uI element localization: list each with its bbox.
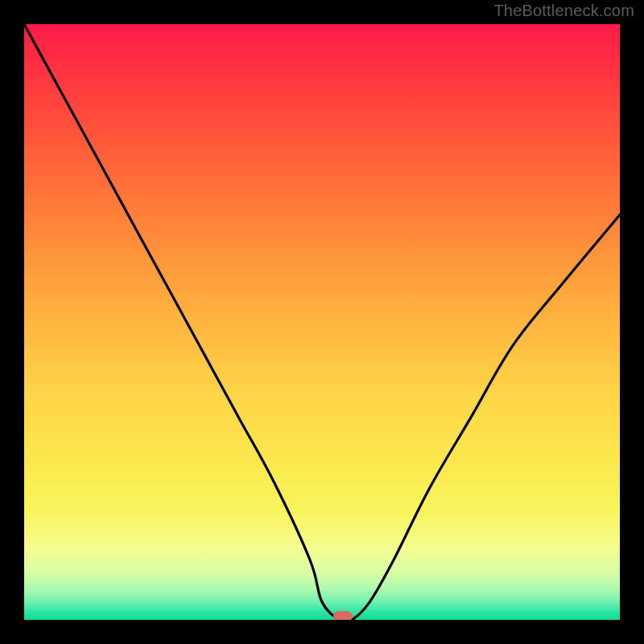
optimal-marker bbox=[333, 611, 353, 620]
plot-area bbox=[24, 24, 620, 620]
bottleneck-curve bbox=[24, 24, 620, 620]
chart-frame: TheBottleneck.com bbox=[0, 0, 644, 644]
watermark-text: TheBottleneck.com bbox=[493, 2, 634, 20]
